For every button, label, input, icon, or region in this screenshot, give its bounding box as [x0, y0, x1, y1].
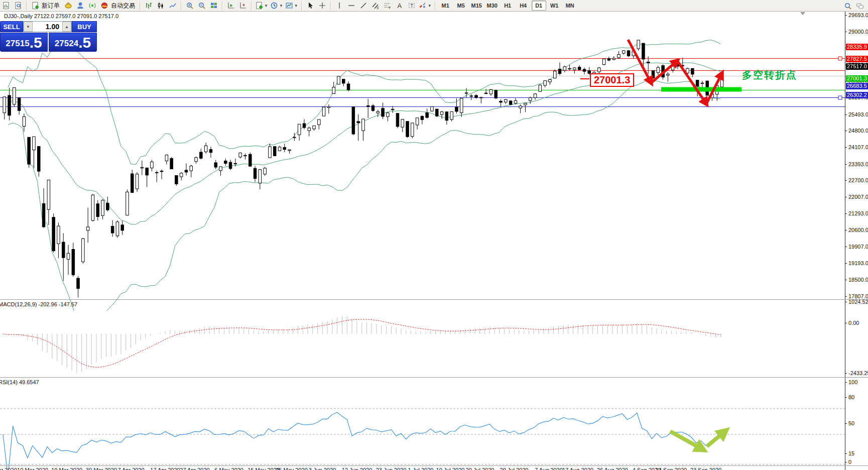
autotrading-icon[interactable]	[99, 0, 110, 11]
zoom-in-icon[interactable]	[184, 0, 195, 11]
line-chart-icon[interactable]	[167, 0, 178, 11]
volume-up-button[interactable]: ▲	[62, 22, 71, 32]
chart-shift-icon[interactable]	[237, 0, 249, 11]
chart-profiles-icon[interactable]	[13, 0, 24, 11]
text-icon[interactable]: A	[394, 0, 405, 11]
sell-price[interactable]: 27515 .5	[0, 33, 48, 52]
price-badge-27001.3: 27001.3	[846, 75, 868, 82]
price-tick-label: 24107.0	[848, 144, 868, 150]
trendline-icon[interactable]	[358, 0, 369, 11]
volume-spinner[interactable]: ▼ 1.00 ▲	[23, 21, 72, 32]
date-label: 23 Jun 2020	[376, 467, 407, 470]
axis-tick	[845, 280, 847, 280]
arrows-icon[interactable]: ▼	[418, 0, 432, 11]
candlestick-icon[interactable]	[155, 0, 166, 11]
deposit-icon[interactable]	[63, 0, 74, 11]
dropdown-caret-icon[interactable]: ▼	[279, 4, 283, 8]
timeframe-m30[interactable]: M30	[485, 1, 500, 11]
date-label: 30 Mar 2020	[86, 467, 117, 470]
indicators-icon[interactable]: ▼	[255, 0, 269, 11]
tile-windows-icon[interactable]	[208, 0, 219, 11]
equidistant-channel-icon[interactable]: E	[370, 0, 381, 11]
timeframe-d1[interactable]: D1	[532, 1, 546, 11]
timeframe-w1[interactable]: W1	[547, 1, 562, 11]
timeframe-m15[interactable]: M15	[469, 1, 484, 11]
sell-button[interactable]: SELL	[0, 21, 23, 32]
axis-tick	[845, 263, 847, 264]
date-label: 12 Jun 2020	[342, 467, 373, 470]
axis-tick	[845, 373, 847, 374]
dropdown-caret-icon[interactable]: ▼	[264, 4, 268, 8]
price-tick-label: 22007.0	[848, 194, 868, 200]
sell-price-main: 27515	[6, 36, 29, 51]
axis-tick	[845, 397, 847, 398]
axis-tick	[845, 197, 847, 197]
date-label: 2 Mar 2020	[0, 467, 17, 470]
toolbar-separator	[330, 1, 331, 10]
date-label: 10 Jul 2020	[436, 467, 465, 470]
axis-tick	[845, 114, 847, 115]
price-flag-annotation[interactable]: 27001.3	[590, 73, 634, 87]
chat-icon[interactable]	[854, 1, 865, 12]
date-label: 6 May 2020	[214, 467, 243, 470]
market-signal-icon[interactable]	[87, 0, 98, 11]
periods-icon[interactable]: ▼	[270, 0, 284, 11]
date-label: 7 Aug 2020	[535, 467, 563, 470]
date-label: 1 Jul 2020	[408, 467, 434, 470]
volume-down-button[interactable]: ▼	[24, 22, 33, 32]
zoom-out-icon[interactable]	[196, 0, 207, 11]
templates-icon[interactable]: ▼	[285, 0, 299, 11]
bar-chart-icon[interactable]	[143, 0, 154, 11]
timeframe-h1[interactable]: H1	[501, 1, 515, 11]
price-tick-label: 23393.0	[848, 161, 868, 167]
sell-price-pip: .5	[30, 34, 42, 51]
axis-tick	[845, 32, 847, 32]
dropdown-caret-icon[interactable]: ▼	[428, 4, 432, 8]
price-axis-line	[845, 11, 845, 470]
new-order-label[interactable]: 新订单	[41, 2, 62, 10]
price-badge-26683.5: 26683.5	[846, 83, 868, 89]
timeframe-h4[interactable]: H4	[516, 1, 531, 11]
price-tick-label: 22700.0	[848, 177, 868, 183]
timeframe-mn[interactable]: MN	[563, 1, 577, 11]
crosshair-icon[interactable]	[317, 0, 328, 11]
price-badge-27827.5: 27827.5	[846, 56, 868, 62]
chart-region[interactable]: DJ30-,Daily 27122.0 27597.0 27091.0 2751…	[0, 11, 868, 470]
toolbar-separator	[222, 1, 223, 10]
dropdown-caret-icon[interactable]: ▼	[294, 4, 298, 8]
chart-title: DJ30-,Daily 27122.0 27597.0 27091.0 2751…	[4, 13, 118, 19]
chart-shift-marker[interactable]	[800, 12, 805, 15]
rsi-tick-label: 80	[848, 394, 854, 400]
horizontal-line-icon[interactable]	[346, 0, 357, 11]
price-tick-label: 19193.0	[848, 260, 868, 266]
fibonacci-icon[interactable]: F	[382, 0, 393, 11]
cursor-icon[interactable]	[305, 0, 316, 11]
rsi-tick-label: 0	[848, 459, 851, 465]
date-label: 19 Mar 2020	[51, 467, 82, 470]
autotrading-label[interactable]: 自动交易	[110, 2, 138, 10]
date-label: 17 Aug 2020	[562, 467, 593, 470]
search-icon[interactable]	[842, 1, 853, 12]
date-label: 23 Sep 2020	[690, 467, 721, 470]
community-icon[interactable]	[75, 0, 86, 11]
volume-value[interactable]: 1.00	[33, 22, 62, 32]
pane-separator[interactable]	[0, 299, 868, 300]
text-label-icon[interactable]: T	[406, 0, 417, 11]
timeframe-m1[interactable]: M1	[438, 1, 453, 11]
vertical-line-icon[interactable]	[334, 0, 345, 11]
price-flag-dash	[580, 78, 589, 79]
axis-tick	[845, 230, 847, 230]
date-label: 17 Apr 2020	[150, 467, 180, 470]
new-chart-icon[interactable]	[1, 0, 12, 11]
svg-text:A: A	[397, 2, 402, 10]
pane-separator[interactable]	[0, 377, 868, 378]
auto-scroll-icon[interactable]	[225, 0, 236, 11]
buy-button[interactable]: BUY	[72, 21, 97, 32]
axis-tick	[845, 302, 847, 302]
axis-tick	[845, 453, 847, 454]
turning-point-label[interactable]: 多空转折点	[742, 68, 797, 82]
timeframe-m5[interactable]: M5	[454, 1, 468, 11]
svg-text:E: E	[377, 6, 379, 10]
buy-price[interactable]: 27524 .5	[49, 33, 97, 52]
new-order-icon[interactable]	[30, 0, 41, 11]
